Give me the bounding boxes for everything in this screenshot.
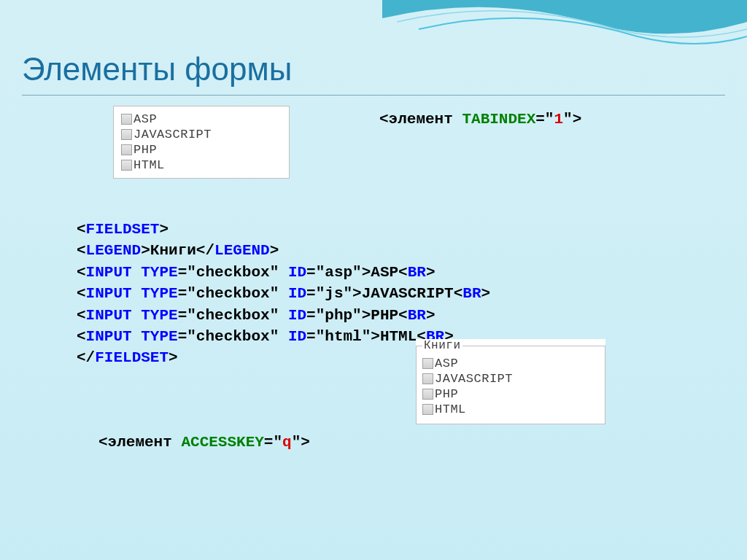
code-token: =" xyxy=(535,111,554,128)
code-token: < xyxy=(98,434,108,451)
list-label: HTML xyxy=(133,158,165,172)
list-label: JAVASCRIPT xyxy=(133,128,212,141)
code-token: =" xyxy=(264,434,282,451)
code-line: <INPUT TYPE="checkbox" ID="asp">ASP<BR> xyxy=(77,262,490,283)
code-tabindex: <элемент TABINDEX="1"> xyxy=(379,111,581,128)
list-label: ASP xyxy=(435,357,458,370)
list-item: PHP xyxy=(121,143,282,157)
code-token: TABINDEX xyxy=(453,111,535,128)
checkbox-icon xyxy=(121,144,132,155)
list-item: JAVASCRIPT xyxy=(422,372,599,386)
code-token: "> xyxy=(292,434,310,451)
checkbox-icon xyxy=(422,358,433,369)
slide-title: Элементы формы xyxy=(22,51,292,88)
checkbox-icon xyxy=(422,404,433,415)
fieldset: Книги ASP JAVASCRIPT PHP HTML xyxy=(416,339,605,424)
code-token: < xyxy=(379,111,389,128)
list-label: PHP xyxy=(133,143,157,157)
code-token: 1 xyxy=(554,111,563,128)
list-item: PHP xyxy=(422,387,599,401)
checkbox-icon xyxy=(422,373,433,384)
title-underline xyxy=(22,95,725,96)
fieldset-legend: Книги xyxy=(422,339,462,352)
code-token: элемент xyxy=(389,111,453,128)
list-label: JAVASCRIPT xyxy=(435,372,513,386)
list-item: ASP xyxy=(422,357,599,370)
list-item: JAVASCRIPT xyxy=(121,128,282,141)
list-item: ASP xyxy=(121,112,282,126)
list-item: HTML xyxy=(422,402,599,416)
checkbox-icon xyxy=(121,160,132,171)
code-line: <LEGEND>Книги</LEGEND> xyxy=(77,240,490,261)
code-token: q xyxy=(282,434,292,451)
fieldset-rendered: Книги ASP JAVASCRIPT PHP HTML xyxy=(416,339,605,424)
code-accesskey: <элемент ACCESSKEY="q"> xyxy=(98,434,310,451)
decorative-swoosh xyxy=(382,0,747,88)
code-token: "> xyxy=(563,111,581,128)
code-line: <INPUT TYPE="checkbox" ID="js">JAVASCRIP… xyxy=(77,283,490,304)
checkbox-list-plain: ASP JAVASCRIPT PHP HTML xyxy=(113,106,290,179)
checkbox-icon xyxy=(121,114,132,125)
checkbox-icon xyxy=(121,129,132,140)
list-label: ASP xyxy=(133,112,157,126)
checkbox-icon xyxy=(422,389,433,400)
list-item: HTML xyxy=(121,158,282,172)
slide: Элементы формы ASP JAVASCRIPT PHP HTML <… xyxy=(0,0,747,560)
code-token: элемент xyxy=(108,434,172,451)
list-label: PHP xyxy=(435,387,458,401)
code-line: <INPUT TYPE="checkbox" ID="php">PHP<BR> xyxy=(77,305,490,326)
list-label: HTML xyxy=(435,402,466,416)
code-token: ACCESSKEY xyxy=(172,434,264,451)
code-line: <FIELDSET> xyxy=(77,219,490,240)
